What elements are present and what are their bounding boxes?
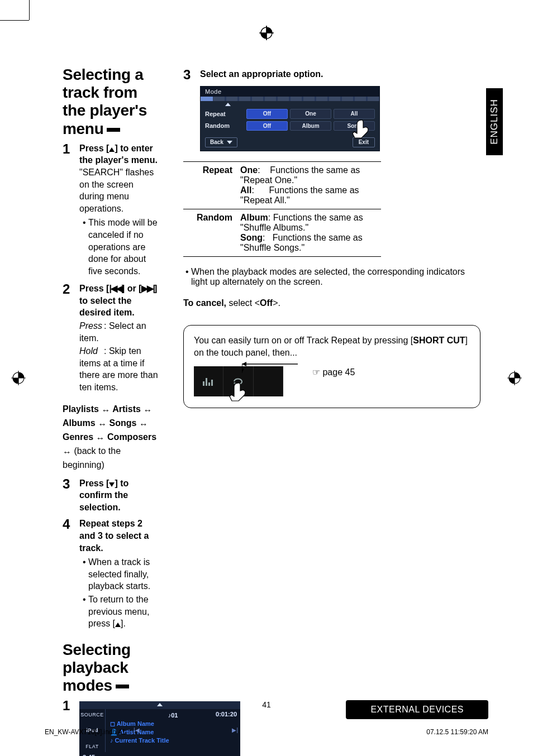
- step4-bullet-1: When a track is selected finally, playba…: [88, 556, 159, 592]
- shortcut-callout: You can easily turn on or off Track Repe…: [183, 325, 480, 408]
- opt-repeat-label: Repeat: [183, 161, 235, 209]
- step4-lead: Repeat steps 2 and 3 to select a track.: [79, 518, 159, 554]
- double-arrow-icon: ↔: [139, 418, 148, 430]
- print-footer-right: 07.12.5 11:59:20 AM: [426, 728, 488, 736]
- opt-repeat-one: One: Functions the same as "Repeat One.": [240, 165, 375, 185]
- section-title-playback-modes: Selecting playback modes: [63, 641, 159, 695]
- callout-page-ref: ☞ page 45: [312, 367, 355, 377]
- step4-bullet-2: To return to the previous menu, press []…: [88, 594, 159, 630]
- lcd-elapsed-time: 0:01:20: [216, 710, 237, 719]
- page-number: 41: [262, 700, 271, 709]
- step-number-1: 1: [63, 142, 74, 279]
- skip-next-icon: ▶▶|: [141, 284, 154, 293]
- up-arrow-icon[interactable]: [225, 103, 231, 106]
- crop-tick-vertical: [29, 0, 30, 20]
- step2-hold: Hold: Skip ten items at a time if there …: [79, 345, 159, 393]
- step2-press: Press: Select an item.: [79, 320, 159, 344]
- step3-lead: Press [] to confirm the selection.: [79, 477, 159, 514]
- mode-panel: Mode Repeat Off One All: [200, 86, 380, 151]
- double-arrow-icon: ↔: [96, 432, 105, 444]
- mode-back-button[interactable]: Back: [205, 137, 237, 147]
- language-tab: ENGLISH: [486, 88, 503, 155]
- opt-random-album: Album: Functions the same as "Shuffle Al…: [240, 213, 375, 233]
- mode-repeat-off[interactable]: Off: [246, 109, 288, 119]
- lcd-flat-label: FLAT: [85, 743, 98, 750]
- touch-panel-bar: [194, 366, 283, 396]
- heading-rule-icon: [107, 128, 120, 132]
- touch-panel-eq-icon[interactable]: [194, 366, 223, 396]
- step2-lead: Press [|◀◀] or [▶▶|] to select the desir…: [79, 283, 159, 319]
- step-number-3: 3: [63, 477, 74, 514]
- triangle-down-icon: [227, 141, 232, 144]
- step1-note: "SEARCH" flashes on the screen during me…: [79, 166, 159, 214]
- step-number-4: 4: [63, 518, 74, 630]
- heading-rule-icon: [116, 685, 129, 688]
- step-number-2: 2: [63, 283, 74, 393]
- lcd-track-title: Current Track Title: [115, 737, 169, 744]
- opt-random-song: Song: Functions the same as "Shuffle Son…: [240, 233, 375, 253]
- double-arrow-icon: ↔: [63, 446, 72, 458]
- after-table-bullet: When the playback modes are selected, th…: [191, 267, 480, 287]
- mode-random-off[interactable]: Off: [246, 121, 288, 131]
- lcd-album-name: Album Name: [117, 720, 154, 727]
- opt-random-label: Random: [183, 209, 235, 256]
- registration-mark-right: [507, 371, 522, 385]
- cancel-instruction: To cancel, select <Off>.: [183, 298, 480, 308]
- triangle-down-icon: [109, 482, 115, 487]
- menu-navigation-sequence: Playlists ↔ Artists ↔ Albums ↔ Songs ↔ G…: [63, 403, 159, 472]
- svg-rect-4: [203, 381, 204, 386]
- registration-mark-left: [11, 371, 26, 385]
- mode-repeat-one[interactable]: One: [290, 109, 331, 119]
- svg-rect-6: [208, 382, 210, 386]
- lcd-clock: 3:45PM: [79, 752, 240, 756]
- print-footer: EN_KW-AVX710[J].indb 41 07.12.5 11:59:20…: [45, 728, 488, 736]
- callout-text: You can easily turn on or off Track Repe…: [194, 334, 470, 358]
- pointer-hand-icon: [227, 381, 250, 403]
- crop-tick-horizontal: [0, 20, 29, 21]
- triangle-up-icon: [115, 623, 121, 627]
- double-arrow-icon: ↔: [101, 404, 110, 417]
- skip-prev-icon: |◀◀: [109, 284, 121, 293]
- step1-bullet: This mode will be canceled if no operati…: [88, 217, 159, 277]
- section-title-selecting-track: Selecting a track from the player's menu: [63, 66, 159, 138]
- svg-rect-5: [206, 378, 207, 386]
- language-tab-label: ENGLISH: [489, 99, 500, 145]
- mode-random-label: Random: [205, 122, 244, 130]
- section-chip: EXTERNAL DEVICES: [346, 700, 488, 719]
- modes-step3-lead: Select an appropriate option.: [200, 68, 380, 80]
- playback-options-table: Repeat One: Functions the same as "Repea…: [183, 161, 381, 257]
- svg-rect-7: [211, 380, 213, 386]
- pointer-hand-icon: [350, 118, 373, 140]
- lcd-source-label: SOURCE: [80, 711, 104, 718]
- double-arrow-icon: ↔: [98, 418, 107, 430]
- triangle-up-icon: [109, 147, 115, 152]
- mode-repeat-label: Repeat: [205, 110, 244, 118]
- table-row: Random Album: Functions the same as "Shu…: [183, 209, 381, 256]
- opt-repeat-all: All: Functions the same as "Repeat All.": [240, 185, 375, 205]
- lcd-track-number: ♪01: [168, 712, 178, 719]
- modes-step-number-3: 3: [183, 68, 194, 151]
- double-arrow-icon: ↔: [143, 404, 152, 417]
- mode-panel-tabs[interactable]: [201, 97, 379, 101]
- lcd-up-arrow-bar[interactable]: [79, 701, 240, 709]
- mode-random-album[interactable]: Album: [290, 121, 331, 131]
- mode-panel-title: Mode: [201, 87, 379, 97]
- callout-arrow-icon: [242, 361, 303, 374]
- table-row: Repeat One: Functions the same as "Repea…: [183, 161, 381, 209]
- step1-lead: Press [] to enter the player's menu.: [79, 142, 159, 166]
- print-footer-left: EN_KW-AVX710[J].indb 41: [45, 728, 126, 736]
